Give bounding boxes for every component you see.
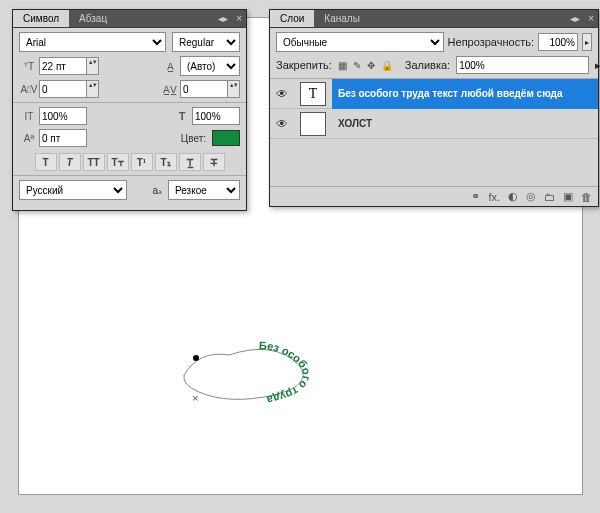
hscale-icon: T xyxy=(172,107,192,125)
opacity-arrow[interactable]: ▸ xyxy=(582,33,592,51)
collapse-icon[interactable]: ◂▸ xyxy=(214,13,232,24)
svg-text:Без особого труда: Без особого труда xyxy=(259,339,314,406)
trash-icon[interactable]: 🗑 xyxy=(581,191,592,203)
lock-move-icon[interactable]: ✥ xyxy=(367,58,375,72)
new-layer-icon[interactable]: ▣ xyxy=(563,190,573,203)
fill-input[interactable] xyxy=(456,56,589,74)
opacity-label: Непрозрачность: xyxy=(448,36,534,48)
leading-icon: A̲ xyxy=(160,57,180,75)
vscale-icon: IT xyxy=(19,107,39,125)
tab-layers[interactable]: Слои xyxy=(270,10,314,27)
tracking-input[interactable] xyxy=(180,80,228,98)
font-size-icon: ᵀT xyxy=(19,57,39,75)
close-icon[interactable]: × xyxy=(584,13,598,24)
kerning-icon: AͮV xyxy=(19,80,39,98)
language-select[interactable]: Русский xyxy=(19,180,127,200)
folder-icon[interactable]: 🗀 xyxy=(544,191,555,203)
svg-text:×: × xyxy=(192,392,198,404)
aa-label: aₐ xyxy=(152,185,162,196)
style-superscript[interactable]: T¹ xyxy=(131,153,153,171)
adjust-icon[interactable]: ◎ xyxy=(526,190,536,203)
collapse-icon[interactable]: ◂▸ xyxy=(566,13,584,24)
visibility-icon[interactable]: 👁 xyxy=(270,117,294,131)
tab-channels[interactable]: Каналы xyxy=(314,10,370,27)
style-allcaps[interactable]: TT xyxy=(83,153,105,171)
fill-label: Заливка: xyxy=(405,59,450,71)
lock-all-icon[interactable]: 🔒 xyxy=(381,58,393,72)
antialias-select[interactable]: Резкое xyxy=(168,180,240,200)
layer-thumb: T xyxy=(300,82,326,106)
close-icon[interactable]: × xyxy=(232,13,246,24)
style-smallcaps[interactable]: Tᴛ xyxy=(107,153,129,171)
fill-arrow[interactable]: ▸ xyxy=(595,59,600,72)
lock-brush-icon[interactable]: ✎ xyxy=(353,58,361,72)
character-panel: Символ Абзац ◂▸ × Arial Regular ᵀT▴▾ A̲(… xyxy=(12,9,247,211)
color-label: Цвет: xyxy=(181,133,206,144)
baseline-icon: Aª xyxy=(19,129,39,147)
vscale-input[interactable] xyxy=(39,107,87,125)
font-size-input[interactable] xyxy=(39,57,87,75)
layer-row[interactable]: 👁 T Без особого труда текст любой введём… xyxy=(270,79,598,109)
layers-panel: Слои Каналы ◂▸ × Обычные Непрозрачность:… xyxy=(269,9,599,207)
visibility-icon[interactable]: 👁 xyxy=(270,87,294,101)
style-italic[interactable]: T xyxy=(59,153,81,171)
tracking-icon: A̲V̲ xyxy=(160,80,180,98)
layer-list: 👁 T Без особого труда текст любой введём… xyxy=(270,78,598,186)
style-strike[interactable]: T̶ xyxy=(203,153,225,171)
opacity-input[interactable] xyxy=(538,33,578,51)
layer-name[interactable]: ХОЛСТ xyxy=(332,109,598,139)
color-swatch[interactable] xyxy=(212,130,240,146)
layer-row[interactable]: 👁 ХОЛСТ xyxy=(270,109,598,139)
lock-label: Закрепить: xyxy=(276,59,332,71)
baseline-input[interactable] xyxy=(39,129,87,147)
style-subscript[interactable]: T₁ xyxy=(155,153,177,171)
fx-icon[interactable]: fx. xyxy=(488,191,500,203)
tab-character[interactable]: Символ xyxy=(13,10,69,27)
link-icon[interactable]: ⚭ xyxy=(471,190,480,203)
hscale-input[interactable] xyxy=(192,107,240,125)
mask-icon[interactable]: ◐ xyxy=(508,190,518,203)
kerning-input[interactable] xyxy=(39,80,87,98)
font-family-select[interactable]: Arial xyxy=(19,32,166,52)
font-style-select[interactable]: Regular xyxy=(172,32,240,52)
lock-pixels-icon[interactable]: ▦ xyxy=(338,58,347,72)
text-on-path: Без особого труда × xyxy=(174,330,324,410)
blend-mode-select[interactable]: Обычные xyxy=(276,32,444,52)
svg-point-1 xyxy=(193,355,199,361)
tab-paragraph[interactable]: Абзац xyxy=(69,10,117,27)
layer-name[interactable]: Без особого труда текст любой введём сюд… xyxy=(332,79,598,109)
layer-thumb xyxy=(300,112,326,136)
leading-select[interactable]: (Авто) xyxy=(180,56,240,76)
style-bold[interactable]: T xyxy=(35,153,57,171)
style-underline[interactable]: T̲ xyxy=(179,153,201,171)
